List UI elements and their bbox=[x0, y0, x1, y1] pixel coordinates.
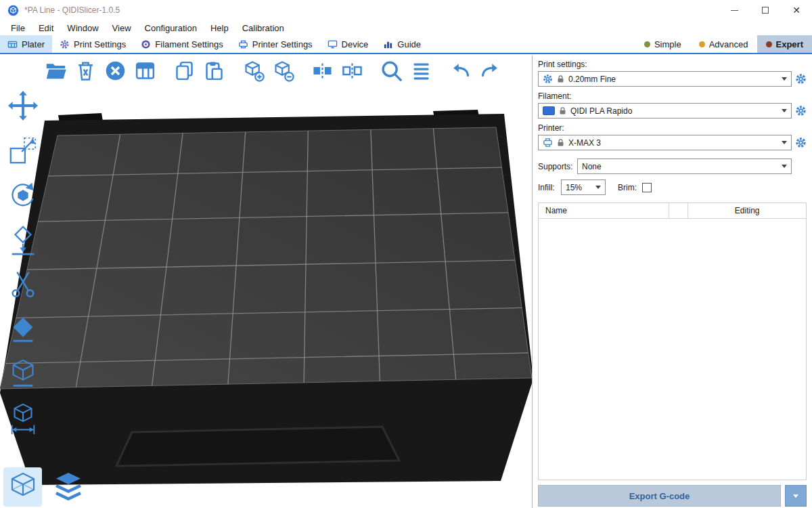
paste-button[interactable] bbox=[202, 58, 227, 83]
profile-gear-icon bbox=[543, 74, 553, 84]
build-plate bbox=[0, 56, 532, 508]
add-instance-button[interactable] bbox=[241, 58, 266, 83]
menu-help[interactable]: Help bbox=[204, 22, 235, 35]
open-button[interactable] bbox=[43, 58, 68, 83]
printer-label: Printer: bbox=[538, 123, 807, 133]
tab-device[interactable]: Device bbox=[320, 35, 376, 53]
arrange-icon bbox=[134, 60, 156, 82]
undo-icon bbox=[449, 60, 472, 82]
mode-label: Simple bbox=[654, 39, 681, 49]
add-instance-icon bbox=[242, 60, 265, 82]
supports-label: Supports: bbox=[538, 162, 577, 171]
brim-checkbox[interactable] bbox=[642, 183, 652, 192]
menu-file[interactable]: File bbox=[4, 22, 32, 35]
plater-icon bbox=[7, 39, 18, 49]
variable-layer-height-button[interactable] bbox=[409, 58, 434, 83]
print-settings-icon bbox=[60, 39, 70, 49]
remove-instance-icon bbox=[272, 60, 294, 82]
supports-combo[interactable]: None bbox=[577, 158, 792, 174]
print-settings-gear-button[interactable] bbox=[795, 73, 807, 85]
delete-button[interactable] bbox=[73, 58, 98, 83]
menu-window[interactable]: Window bbox=[60, 22, 105, 35]
arrange-button[interactable] bbox=[133, 58, 158, 83]
maximize-button[interactable] bbox=[750, 0, 781, 20]
remove-instance-button[interactable] bbox=[271, 58, 296, 83]
column-editing[interactable]: Editing bbox=[688, 203, 806, 218]
tab-guide[interactable]: Guide bbox=[376, 35, 428, 53]
split-to-objects-button[interactable] bbox=[310, 58, 335, 83]
menu-view[interactable]: View bbox=[106, 22, 138, 35]
mode-simple[interactable]: Simple bbox=[635, 35, 690, 53]
print-settings-combo[interactable]: 0.20mm Fine bbox=[538, 71, 792, 87]
infill-label: Infill: bbox=[538, 183, 561, 192]
menu-calibration[interactable]: Calibration bbox=[235, 22, 291, 35]
paste-icon bbox=[203, 60, 225, 82]
delete-all-button[interactable] bbox=[103, 58, 128, 83]
copy-icon bbox=[173, 60, 196, 82]
3d-viewport[interactable] bbox=[0, 56, 532, 508]
brim-label: Brim: bbox=[618, 183, 637, 192]
undo-button[interactable] bbox=[448, 58, 473, 83]
split-to-parts-icon bbox=[341, 60, 363, 82]
view-toggles bbox=[3, 467, 87, 507]
maximize-icon bbox=[762, 7, 769, 14]
export-options-button[interactable] bbox=[785, 485, 807, 507]
search-button[interactable] bbox=[379, 58, 404, 83]
export-gcode-button[interactable]: Export G-code bbox=[538, 485, 781, 507]
dropdown-arrow-icon bbox=[595, 186, 601, 189]
device-icon bbox=[328, 39, 338, 49]
object-list-body[interactable] bbox=[539, 219, 806, 480]
titlebar: *PA Line - QIDISlicer-1.0.5 ✕ bbox=[0, 0, 812, 20]
close-button[interactable]: ✕ bbox=[781, 0, 812, 20]
tab-label: Plater bbox=[22, 39, 45, 49]
column-name[interactable]: Name bbox=[539, 203, 669, 218]
editor-view-button[interactable] bbox=[3, 467, 42, 507]
redo-button[interactable] bbox=[478, 58, 503, 83]
menu-edit[interactable]: Edit bbox=[32, 22, 60, 35]
measure-button[interactable] bbox=[5, 401, 41, 436]
printer-gear-button[interactable] bbox=[795, 137, 807, 148]
rotate-button[interactable] bbox=[5, 177, 41, 213]
column-extruder[interactable] bbox=[669, 203, 688, 218]
seam-paint-button[interactable] bbox=[5, 312, 41, 347]
support-paint-icon bbox=[7, 358, 39, 390]
mode-label: Advanced bbox=[709, 39, 748, 49]
editor-cube-icon bbox=[6, 470, 40, 504]
redo-icon bbox=[479, 60, 501, 82]
infill-value: 15% bbox=[566, 183, 591, 192]
dropdown-arrow-icon bbox=[782, 109, 787, 112]
scale-icon bbox=[7, 134, 39, 167]
dropdown-arrow-icon bbox=[782, 165, 787, 168]
lock-icon bbox=[557, 138, 564, 147]
preview-view-button[interactable] bbox=[49, 467, 87, 507]
tab-label: Guide bbox=[397, 39, 421, 49]
place-on-face-icon bbox=[7, 224, 39, 256]
minimize-button[interactable] bbox=[719, 0, 750, 20]
printer-combo[interactable]: X-MAX 3 bbox=[538, 135, 792, 150]
delete-all-icon bbox=[104, 60, 127, 82]
move-button[interactable] bbox=[5, 88, 41, 123]
window-title: *PA Line - QIDISlicer-1.0.5 bbox=[24, 5, 120, 15]
minimize-icon bbox=[731, 10, 738, 11]
copy-button[interactable] bbox=[172, 58, 197, 83]
mode-advanced[interactable]: Advanced bbox=[690, 35, 757, 53]
tab-plater[interactable]: Plater bbox=[0, 35, 52, 53]
filament-gear-button[interactable] bbox=[795, 105, 807, 117]
tab-label: Filament Settings bbox=[155, 39, 223, 49]
split-to-parts-button[interactable] bbox=[340, 58, 365, 83]
menu-configuration[interactable]: Configuration bbox=[138, 22, 204, 35]
tab-printer-settings[interactable]: Printer Settings bbox=[231, 35, 320, 53]
tab-print-settings[interactable]: Print Settings bbox=[52, 35, 133, 53]
menubar: File Edit Window View Configuration Help… bbox=[0, 20, 812, 35]
scale-button[interactable] bbox=[5, 133, 41, 168]
settings-panel: Print settings: 0.20mm Fine bbox=[532, 56, 812, 508]
infill-combo[interactable]: 15% bbox=[561, 179, 606, 195]
place-on-face-button[interactable] bbox=[5, 222, 41, 257]
tab-label: Printer Settings bbox=[252, 39, 313, 49]
tab-filament-settings[interactable]: Filament Settings bbox=[133, 35, 230, 53]
mode-expert[interactable]: Expert bbox=[757, 35, 812, 53]
filament-combo[interactable]: QIDI PLA Rapido bbox=[538, 103, 792, 119]
cut-button[interactable] bbox=[5, 267, 41, 302]
support-paint-button[interactable] bbox=[5, 356, 41, 391]
search-icon bbox=[379, 58, 404, 83]
